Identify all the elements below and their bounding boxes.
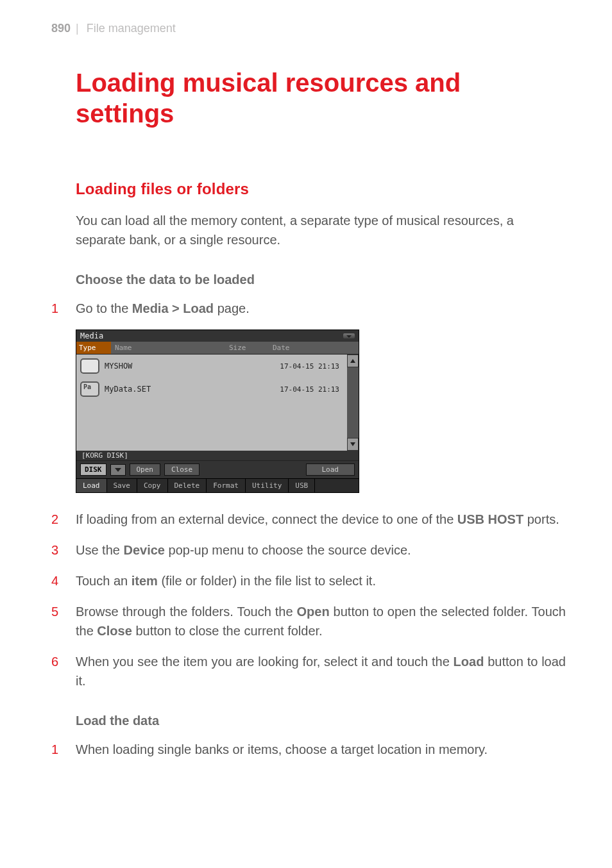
step-text: If loading from an external device, conn…	[76, 510, 566, 529]
steps-list-a-cont: 2 If loading from an external device, co…	[51, 510, 566, 690]
folder-icon	[80, 358, 99, 374]
col-name[interactable]: Name	[111, 342, 226, 354]
open-button[interactable]: Open	[130, 463, 161, 476]
page-header: 890 | File management	[51, 22, 566, 35]
file-name: MyData.SET	[105, 385, 256, 394]
step-number: 1	[51, 740, 76, 759]
step-b1: 1 When loading single banks or items, ch…	[51, 740, 566, 759]
step-text: When you see the item you are looking fo…	[76, 652, 566, 690]
load-data-heading: Load the data	[76, 714, 566, 728]
step-number: 1	[51, 299, 76, 318]
device-dropdown[interactable]	[110, 464, 126, 476]
scrollbar[interactable]	[347, 355, 359, 451]
device-label: DISK	[80, 463, 106, 476]
file-date: 17-04-15 21:13	[256, 385, 343, 394]
page-number: 890	[51, 22, 71, 35]
choose-data-heading: Choose the data to be loaded	[76, 272, 566, 287]
tab-delete[interactable]: Delete	[168, 479, 207, 492]
ui-titlebar: Media	[76, 330, 359, 342]
ui-toolbar: DISK Open Close Load	[76, 460, 359, 478]
tab-save[interactable]: Save	[107, 479, 138, 492]
tab-copy[interactable]: Copy	[137, 479, 168, 492]
tab-load[interactable]: Load	[76, 479, 107, 492]
ui-file-list: MYSHOW 17-04-15 21:13 MyData.SET 17-04-1…	[76, 355, 347, 451]
col-date[interactable]: Date	[270, 342, 359, 354]
step-number: 3	[51, 540, 76, 560]
file-row[interactable]: MYSHOW 17-04-15 21:13	[76, 355, 347, 378]
step-number: 2	[51, 510, 76, 529]
col-type[interactable]: Type	[76, 342, 111, 354]
header-divider: |	[76, 22, 79, 35]
menu-icon[interactable]	[343, 333, 355, 338]
steps-list-b: 1 When loading single banks or items, ch…	[51, 740, 566, 759]
step-2: 2 If loading from an external device, co…	[51, 510, 566, 529]
file-row[interactable]: MyData.SET 17-04-15 21:13	[76, 378, 347, 401]
ui-column-headers: Type Name Size Date	[76, 342, 359, 355]
tab-usb[interactable]: USB	[289, 479, 315, 492]
steps-list-a: 1 Go to the Media > Load page.	[51, 299, 566, 318]
media-load-screenshot: Media Type Name Size Date MYSHOW 17-04-1…	[76, 330, 359, 493]
load-button[interactable]: Load	[306, 463, 355, 476]
tab-utility[interactable]: Utility	[246, 479, 289, 492]
step-text: Go to the Media > Load page.	[76, 299, 566, 318]
step-text: Browse through the folders. Touch the Op…	[76, 602, 566, 640]
ui-tabs: Load Save Copy Delete Format Utility USB	[76, 478, 359, 492]
page-title: Loading musical resources and settings	[76, 67, 566, 129]
intro-paragraph: You can load all the memory content, a s…	[76, 211, 566, 249]
ui-title: Media	[80, 331, 103, 340]
step-text: When loading single banks or items, choo…	[76, 740, 566, 759]
step-4: 4 Touch an item (file or folder) in the …	[51, 571, 566, 590]
scroll-up-icon[interactable]	[347, 355, 359, 367]
file-name: MYSHOW	[105, 362, 256, 371]
file-date: 17-04-15 21:13	[256, 362, 343, 371]
col-size[interactable]: Size	[226, 342, 270, 354]
page-section-name: File management	[87, 22, 176, 35]
step-number: 4	[51, 571, 76, 590]
step-text: Use the Device pop-up menu to choose the…	[76, 540, 566, 560]
step-number: 6	[51, 652, 76, 671]
ui-path: [KORG DISK]	[76, 451, 359, 460]
step-1: 1 Go to the Media > Load page.	[51, 299, 566, 318]
tab-format[interactable]: Format	[207, 479, 246, 492]
ui-file-area: MYSHOW 17-04-15 21:13 MyData.SET 17-04-1…	[76, 355, 359, 451]
subsection-title: Loading files or folders	[76, 180, 566, 198]
scroll-down-icon[interactable]	[347, 438, 359, 451]
set-file-icon	[80, 381, 99, 397]
step-6: 6 When you see the item you are looking …	[51, 652, 566, 690]
step-3: 3 Use the Device pop-up menu to choose t…	[51, 540, 566, 560]
step-5: 5 Browse through the folders. Touch the …	[51, 602, 566, 640]
step-text: Touch an item (file or folder) in the fi…	[76, 571, 566, 590]
step-number: 5	[51, 602, 76, 621]
close-button[interactable]: Close	[164, 463, 200, 476]
